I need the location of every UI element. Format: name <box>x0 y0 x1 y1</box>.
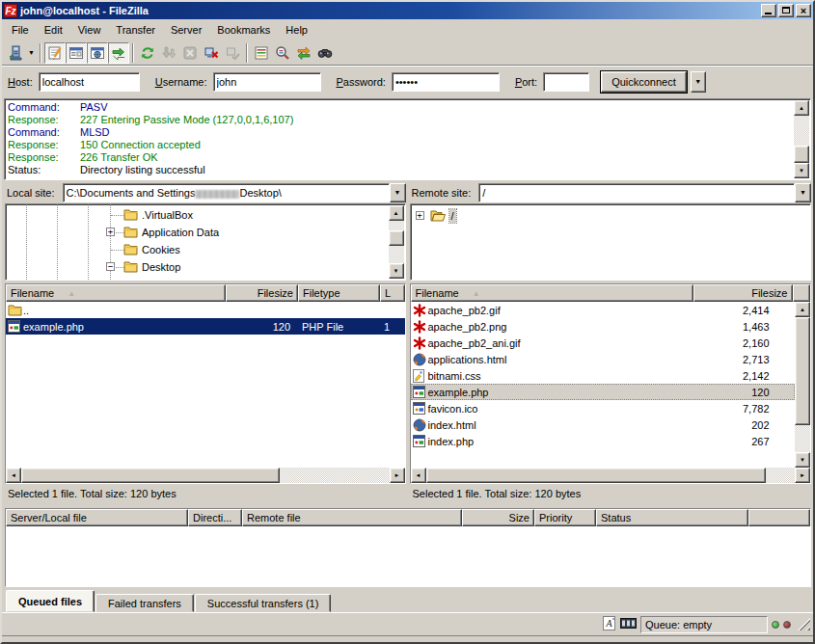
toggle-remote-treeview-button[interactable] <box>87 42 108 64</box>
remote-vertical-scrollbar[interactable]: ▲ ▼ <box>795 302 810 468</box>
local-site-combo[interactable]: C:\Documents and SettingsDesktop\ ▼ <box>63 183 406 202</box>
username-input[interactable] <box>213 72 321 92</box>
quickconnect-button[interactable]: Quickconnect <box>601 71 687 93</box>
refresh-button[interactable] <box>137 42 158 64</box>
column-header-filetype[interactable]: Filetype <box>298 284 380 302</box>
site-manager-button[interactable] <box>5 42 26 64</box>
scroll-thumb[interactable] <box>426 468 766 483</box>
synchronized-browsing-button[interactable] <box>293 42 314 64</box>
scroll-thumb[interactable] <box>794 146 809 163</box>
scroll-left-button[interactable]: ◄ <box>411 468 426 483</box>
menu-edit[interactable]: Edit <box>37 22 70 38</box>
file-row-index-html[interactable]: index.html202 <box>411 416 796 433</box>
scroll-left-button[interactable]: ◄ <box>6 468 21 483</box>
menu-bookmarks[interactable]: Bookmarks <box>209 22 278 38</box>
maximize-button[interactable] <box>778 4 794 17</box>
column-header-filesize[interactable]: Filesize <box>226 284 298 302</box>
local-file-list-body[interactable]: ..example.php120PHP File1 <box>6 302 405 468</box>
scroll-up-button[interactable]: ▲ <box>795 302 810 317</box>
cancel-operation-button[interactable] <box>179 42 201 64</box>
menu-transfer[interactable]: Transfer <box>108 22 163 38</box>
toggle-message-log-button[interactable] <box>44 42 66 64</box>
tree-item-desktop[interactable]: −Desktop <box>6 258 388 276</box>
scroll-up-button[interactable]: ▲ <box>794 100 809 116</box>
file-row-applications-html[interactable]: applications.html2,713 <box>411 351 796 367</box>
file-row-apache-pb2-ani-gif[interactable]: apache_pb2_ani.gif2,160 <box>411 335 796 351</box>
filezilla-app-icon: Fz <box>4 4 17 17</box>
scroll-down-button[interactable]: ▼ <box>795 452 810 468</box>
php-icon <box>413 386 428 398</box>
column-header-filename[interactable]: Filename▲ <box>411 284 693 302</box>
log-vertical-scrollbar[interactable]: ▲ ▼ <box>794 100 809 178</box>
file-row-apache-pb2-gif[interactable]: apache_pb2.gif2,414 <box>411 302 796 318</box>
scroll-down-button[interactable]: ▼ <box>794 163 809 178</box>
scroll-thumb[interactable] <box>389 230 404 246</box>
scroll-thumb[interactable] <box>21 468 280 483</box>
column-header-remote-file[interactable]: Remote file <box>242 509 462 526</box>
host-input[interactable] <box>39 72 140 92</box>
tree-item--virtualbox[interactable]: .VirtualBox <box>6 206 388 224</box>
port-input[interactable] <box>543 72 589 92</box>
expand-icon[interactable]: + <box>106 228 115 236</box>
tree-item-cookies[interactable]: Cookies <box>6 241 388 258</box>
local-site-dropdown-button[interactable]: ▼ <box>390 183 406 202</box>
scroll-right-button[interactable]: ► <box>390 468 405 483</box>
remote-site-combo[interactable]: / ▼ <box>478 183 811 202</box>
column-header-direction[interactable]: Directi... <box>188 509 242 526</box>
scroll-thumb[interactable] <box>795 317 810 425</box>
file-row-example-php[interactable]: example.php120PHP File1 <box>6 318 405 335</box>
site-manager-dropdown-button[interactable]: ▼ <box>26 42 37 64</box>
find-files-button[interactable] <box>314 42 336 64</box>
reconnect-button[interactable] <box>222 42 243 64</box>
message-log-panel[interactable]: Command:PASVResponse:227 Entering Passiv… <box>4 98 811 180</box>
tree-item-root[interactable]: +/ <box>411 207 794 225</box>
column-header-filename[interactable]: Filename▲ <box>6 284 226 302</box>
minimize-button[interactable] <box>761 4 776 17</box>
tree-item-application-data[interactable]: +Application Data <box>6 224 388 241</box>
local-directory-tree[interactable]: .VirtualBox+Application DataCookies−Desk… <box>5 203 406 281</box>
local-horizontal-scrollbar[interactable]: ◄ ► <box>6 468 405 483</box>
expand-icon[interactable]: + <box>416 211 424 220</box>
remote-site-path[interactable]: / <box>478 183 795 202</box>
collapse-icon[interactable]: − <box>106 262 115 271</box>
column-header-lastmodified[interactable]: L <box>380 284 405 302</box>
menu-view[interactable]: View <box>70 22 109 38</box>
file-row-index-php[interactable]: index.php267 <box>411 433 796 449</box>
disconnect-button[interactable] <box>201 42 222 64</box>
password-input[interactable] <box>392 72 500 92</box>
file-row--[interactable]: .. <box>6 302 405 318</box>
menu-file[interactable]: File <box>4 22 37 38</box>
remote-horizontal-scrollbar[interactable]: ◄ ► <box>411 468 811 483</box>
toggle-local-treeview-button[interactable] <box>66 42 87 64</box>
toggle-transfer-queue-button[interactable] <box>108 42 129 64</box>
scroll-down-button[interactable]: ▼ <box>389 263 404 279</box>
column-header-size[interactable]: Size <box>462 509 534 526</box>
local-tree-vertical-scrollbar[interactable]: ▲ ▼ <box>389 205 404 279</box>
remote-site-dropdown-button[interactable]: ▼ <box>795 183 811 202</box>
tab-failed-transfers[interactable]: Failed transfers <box>95 594 194 612</box>
tab-queued-files[interactable]: Queued files <box>6 590 95 612</box>
resize-grip[interactable] <box>798 618 810 631</box>
file-row-example-php[interactable]: example.php120 <box>411 384 796 400</box>
file-row-apache-pb2-png[interactable]: apache_pb2.png1,463 <box>411 318 796 335</box>
directory-comparison-button[interactable] <box>272 42 293 64</box>
queue-list-body[interactable] <box>6 526 810 586</box>
quickconnect-dropdown-button[interactable]: ▼ <box>691 71 706 93</box>
scroll-up-button[interactable]: ▲ <box>389 205 404 221</box>
local-site-path[interactable]: C:\Documents and SettingsDesktop\ <box>63 183 390 202</box>
file-row-favicon-ico[interactable]: favicon.ico7,782 <box>411 400 796 416</box>
file-row-bitnami-css[interactable]: bitnami.css2,142 <box>411 367 796 384</box>
remote-file-list-body[interactable]: apache_pb2.gif2,414apache_pb2.png1,463ap… <box>411 302 811 468</box>
filename-filters-button[interactable] <box>251 42 272 64</box>
column-header-filesize[interactable]: Filesize <box>693 284 793 302</box>
process-queue-button[interactable] <box>158 42 179 64</box>
tab-successful-transfers[interactable]: Successful transfers (1) <box>195 594 332 612</box>
column-header-server-local-file[interactable]: Server/Local file <box>6 509 188 526</box>
column-header-status[interactable]: Status <box>596 509 748 526</box>
remote-directory-tree[interactable]: +/ <box>410 203 812 281</box>
close-button[interactable]: × <box>796 4 811 17</box>
column-header-priority[interactable]: Priority <box>534 509 596 526</box>
menu-help[interactable]: Help <box>278 22 315 38</box>
menu-server[interactable]: Server <box>163 22 209 38</box>
scroll-right-button[interactable]: ► <box>795 468 810 483</box>
